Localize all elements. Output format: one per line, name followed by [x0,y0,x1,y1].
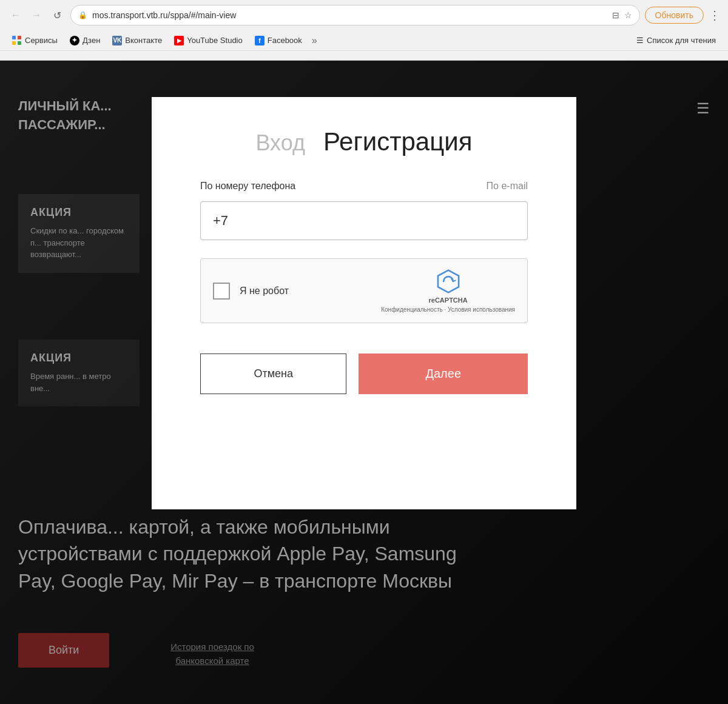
recaptcha-left: Я не робот [213,283,289,300]
translate-icon[interactable]: ⊟ [612,10,619,20]
address-bar[interactable]: 🔒 mos.transport.vtb.ru/sppa/#/main-view … [70,5,640,25]
recaptcha-checkbox[interactable] [213,283,230,300]
next-button[interactable]: Далее [359,354,528,394]
vk-icon: VK [112,36,122,45]
bookmark-facebook[interactable]: f Facebook [250,34,307,47]
address-text: mos.transport.vtb.ru/sppa/#/main-view [92,10,607,20]
browser-actions: Обновить ⋮ [645,7,721,24]
browser-chrome: ← → ↺ 🔒 mos.transport.vtb.ru/sppa/#/main… [0,0,728,61]
reading-list-icon: ☰ [636,36,644,45]
bookmark-vk-label: Вконтакте [125,36,162,45]
bookmark-youtube[interactable]: ▶ YouTube Studio [169,34,248,47]
reading-list-button[interactable]: ☰ Список для чтения [632,34,721,47]
recaptcha-brand-label: reCAPTCHA [429,297,468,304]
page-background: ЛИЧНЫЙ КА... ПАССАЖИР... ☰ АКЦИЯ Скидки … [0,61,728,704]
registration-modal: Вход Регистрация По номеру телефона По e… [152,97,576,509]
refresh-button[interactable]: ↺ [49,7,66,24]
bookmark-services[interactable]: Сервисы [7,34,62,47]
update-button[interactable]: Обновить [645,7,704,24]
subtab-email[interactable]: По e-mail [487,181,528,192]
recaptcha-box: Я не робот reCAPTCHA Конфиденциальность … [200,258,528,323]
phone-input-wrapper[interactable] [200,201,528,240]
forward-button[interactable]: → [28,7,45,24]
browser-toolbar: ← → ↺ 🔒 mos.transport.vtb.ru/sppa/#/main… [0,0,728,30]
bookmark-dzen-label: Дзен [83,36,100,45]
bookmarks-bar: Сервисы ✦ Дзен VK Вконтакте ▶ YouTube St… [0,30,728,51]
bookmark-dzen[interactable]: ✦ Дзен [65,34,105,47]
bookmarks-more-button[interactable]: » [309,34,320,47]
recaptcha-right: reCAPTCHA Конфиденциальность · Условия и… [381,269,515,313]
google-services-icon [12,36,22,45]
bookmark-youtube-label: YouTube Studio [187,36,243,45]
back-button[interactable]: ← [7,7,24,24]
modal-overlay: Вход Регистрация По номеру телефона По e… [0,61,728,704]
recaptcha-logo-icon [436,269,461,294]
subtabs: По номеру телефона По e-mail [200,181,528,192]
tab-login[interactable]: Вход [256,130,305,156]
dzen-icon: ✦ [70,36,79,45]
cancel-button[interactable]: Отмена [200,354,346,394]
lock-icon: 🔒 [78,11,87,19]
subtab-phone[interactable]: По номеру телефона [200,181,295,192]
youtube-icon: ▶ [174,36,184,45]
facebook-icon: f [255,36,265,45]
bookmark-vk[interactable]: VK Вконтакте [107,34,167,47]
reading-list-label: Список для чтения [647,36,716,45]
modal-tabs: Вход Регистрация [200,127,528,156]
phone-input[interactable] [213,213,515,229]
nav-buttons: ← → ↺ [7,7,66,24]
tab-register[interactable]: Регистрация [323,127,473,156]
recaptcha-links-label[interactable]: Конфиденциальность · Условия использован… [381,306,515,313]
browser-menu-button[interactable]: ⋮ [709,8,721,22]
recaptcha-label: Я не робот [240,286,289,297]
bookmark-facebook-label: Facebook [268,36,302,45]
modal-buttons: Отмена Далее [200,354,528,394]
bookmark-services-label: Сервисы [25,36,58,45]
star-icon[interactable]: ☆ [624,10,632,20]
